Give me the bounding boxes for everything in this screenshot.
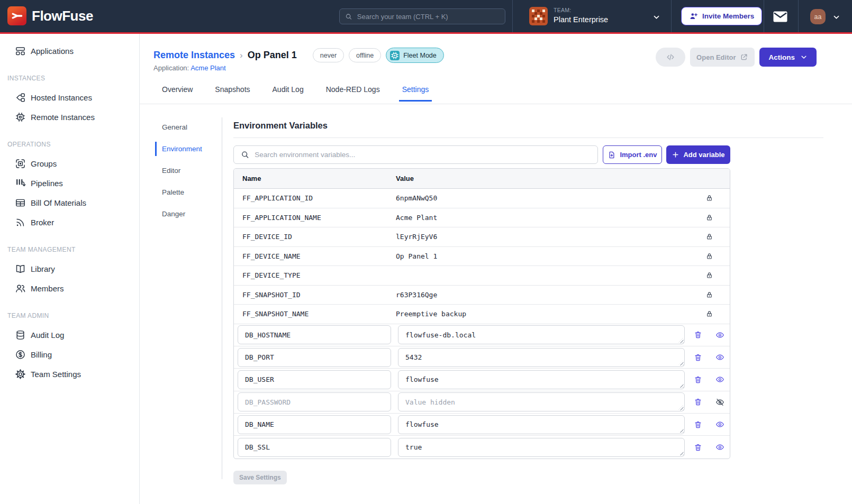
sidebar-section-label: TEAM MANAGEMENT bbox=[0, 232, 139, 259]
env-value-input[interactable] bbox=[398, 392, 685, 411]
divider bbox=[798, 0, 799, 32]
fleet-mode-badge: Fleet Mode bbox=[386, 48, 444, 63]
settings-nav-general[interactable]: General bbox=[155, 116, 222, 138]
open-editor-button[interactable]: Open Editor bbox=[690, 48, 755, 67]
env-value-input[interactable] bbox=[398, 325, 685, 344]
env-name-input[interactable] bbox=[238, 438, 391, 457]
eye-icon[interactable] bbox=[715, 443, 724, 452]
eye-icon[interactable] bbox=[715, 353, 724, 362]
sidebar-item-applications[interactable]: Applications bbox=[0, 41, 139, 61]
developer-mode-button[interactable] bbox=[656, 48, 685, 67]
sidebar-item-hosted-instances[interactable]: Hosted Instances bbox=[0, 88, 139, 107]
sidebar-item-team-settings[interactable]: Team Settings bbox=[0, 364, 139, 384]
team-selector[interactable]: TEAM: Plant Enterprise bbox=[554, 7, 608, 24]
eye-icon[interactable] bbox=[715, 331, 724, 340]
eye-icon[interactable] bbox=[715, 375, 724, 384]
env-value: r63P316Qge bbox=[396, 291, 688, 299]
team-search[interactable] bbox=[339, 8, 505, 24]
delete-variable-icon[interactable] bbox=[694, 331, 702, 339]
sidebar-item-bill-of-materials[interactable]: Bill Of Materials bbox=[0, 193, 139, 213]
env-name-input[interactable] bbox=[238, 392, 391, 411]
delete-variable-icon[interactable] bbox=[694, 443, 702, 452]
add-variable-button[interactable]: Add variable bbox=[666, 145, 730, 164]
trash-icon bbox=[694, 420, 702, 429]
lock-icon bbox=[705, 214, 713, 222]
tab-settings[interactable]: Settings bbox=[399, 85, 432, 102]
eye-icon bbox=[715, 443, 724, 452]
eye-off-icon[interactable] bbox=[715, 398, 724, 407]
sidebar-item-members[interactable]: Members bbox=[0, 279, 139, 298]
env-value-input[interactable] bbox=[398, 415, 685, 434]
invite-members-button[interactable]: Invite Members bbox=[681, 7, 762, 25]
settings-nav-environment[interactable]: Environment bbox=[155, 138, 222, 160]
plus-icon bbox=[672, 151, 679, 159]
breadcrumb-separator: › bbox=[240, 50, 243, 61]
section-title: Environment Variables bbox=[233, 121, 823, 131]
user-menu-chevron-down-icon[interactable] bbox=[832, 13, 840, 21]
env-name-input[interactable] bbox=[238, 348, 391, 367]
sidebar: ApplicationsINSTANCESHosted InstancesRem… bbox=[0, 34, 140, 504]
sidebar-item-library[interactable]: Library bbox=[0, 259, 139, 279]
user-avatar[interactable]: aa bbox=[810, 9, 826, 24]
team-search-input[interactable] bbox=[357, 13, 500, 21]
env-search-input[interactable] bbox=[255, 151, 591, 159]
billing-icon bbox=[15, 349, 26, 360]
env-name-input[interactable] bbox=[238, 370, 391, 389]
sidebar-item-pipelines[interactable]: Pipelines bbox=[0, 173, 139, 193]
import-env-button[interactable]: Import .env bbox=[603, 145, 662, 164]
external-link-icon bbox=[740, 53, 748, 61]
eye-icon[interactable] bbox=[715, 420, 724, 429]
delete-variable-icon[interactable] bbox=[694, 353, 702, 362]
env-name: FF_APPLICATION_ID bbox=[234, 194, 396, 202]
sidebar-item-audit-log[interactable]: Audit Log bbox=[0, 325, 139, 345]
actions-button[interactable]: Actions bbox=[759, 48, 817, 67]
env-value-input[interactable] bbox=[398, 438, 685, 457]
team-chevron-down-icon[interactable] bbox=[652, 13, 660, 21]
page-title: Op Panel 1 bbox=[248, 50, 297, 61]
env-name: FF_DEVICE_TYPE bbox=[234, 271, 396, 279]
tab-snapshots[interactable]: Snapshots bbox=[212, 85, 253, 102]
brand[interactable]: FlowFuse bbox=[7, 6, 93, 25]
groups-icon bbox=[15, 158, 26, 169]
env-name-input[interactable] bbox=[238, 325, 391, 344]
env-value-input[interactable] bbox=[398, 348, 685, 367]
search-icon bbox=[345, 13, 352, 21]
env-value: Acme Plant bbox=[396, 214, 688, 222]
sidebar-section-label: TEAM ADMIN bbox=[0, 298, 139, 325]
sidebar-section-label: OPERATIONS bbox=[0, 127, 139, 154]
eyeoff-icon bbox=[715, 398, 724, 407]
env-search[interactable] bbox=[233, 145, 598, 164]
settings-nav-palette[interactable]: Palette bbox=[155, 181, 222, 203]
env-name-input[interactable] bbox=[238, 415, 391, 434]
settings-nav-editor[interactable]: Editor bbox=[155, 160, 222, 181]
breadcrumb-remote-instances-link[interactable]: Remote Instances bbox=[153, 50, 235, 61]
brand-name: FlowFuse bbox=[32, 8, 93, 24]
delete-variable-icon[interactable] bbox=[694, 375, 702, 384]
lock-icon bbox=[688, 214, 730, 222]
sidebar-item-billing[interactable]: Billing bbox=[0, 345, 139, 364]
sidebar-item-groups[interactable]: Groups bbox=[0, 154, 139, 173]
pipelines-icon bbox=[15, 178, 26, 189]
env-value-input[interactable] bbox=[398, 370, 685, 389]
tab-node-red-logs[interactable]: Node-RED Logs bbox=[323, 85, 383, 102]
column-header-name: Name bbox=[234, 175, 396, 182]
delete-variable-icon[interactable] bbox=[694, 420, 702, 429]
team-avatar bbox=[529, 7, 548, 25]
sidebar-item-remote-instances[interactable]: Remote Instances bbox=[0, 107, 139, 127]
settings-nav-danger[interactable]: Danger bbox=[155, 203, 222, 225]
env-name: FF_SNAPSHOT_ID bbox=[234, 291, 396, 299]
application-link[interactable]: Acme Plant bbox=[191, 64, 225, 72]
tab-overview[interactable]: Overview bbox=[159, 85, 196, 102]
save-settings-button[interactable]: Save Settings bbox=[233, 471, 287, 484]
sidebar-item-broker[interactable]: Broker bbox=[0, 213, 139, 232]
env-value: Op Panel 1 bbox=[396, 252, 688, 260]
status-badge-offline: offline bbox=[349, 48, 381, 62]
delete-variable-icon[interactable] bbox=[694, 398, 702, 406]
table-header: Name Value bbox=[234, 169, 730, 189]
notifications-mail-icon[interactable] bbox=[773, 11, 787, 22]
eye-icon bbox=[715, 420, 724, 429]
lock-icon bbox=[705, 252, 713, 260]
env-row-DB_HOSTNAME bbox=[234, 324, 730, 346]
tab-audit-log[interactable]: Audit Log bbox=[269, 85, 307, 102]
lock-icon bbox=[705, 291, 713, 299]
